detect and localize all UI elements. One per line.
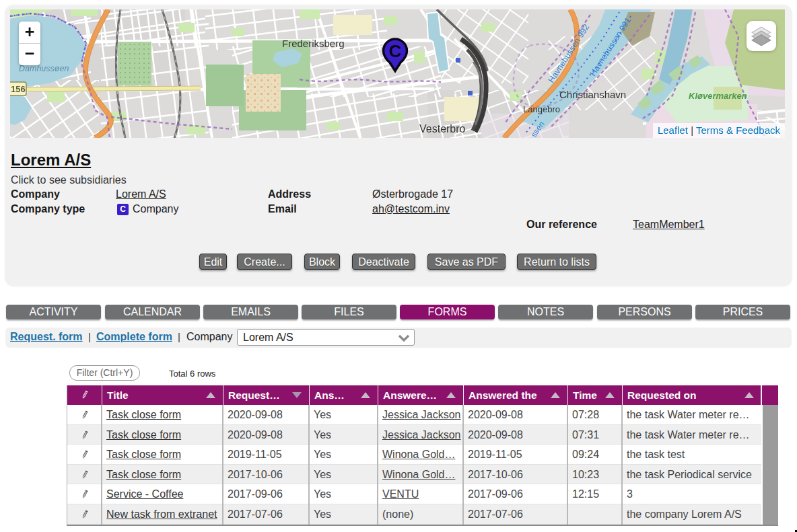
- svg-text:C: C: [389, 41, 402, 61]
- svg-text:Langebro: Langebro: [523, 104, 560, 114]
- svg-text:Frederiksberg: Frederiksberg: [282, 38, 345, 49]
- svg-text:Vesterbro: Vesterbro: [419, 123, 466, 135]
- svg-text:Kløvermarken: Kløvermarken: [689, 91, 747, 101]
- svg-text:Christianshavn: Christianshavn: [559, 89, 626, 100]
- svg-text:Damhussøen: Damhussøen: [19, 64, 69, 73]
- svg-text:156: 156: [11, 84, 26, 94]
